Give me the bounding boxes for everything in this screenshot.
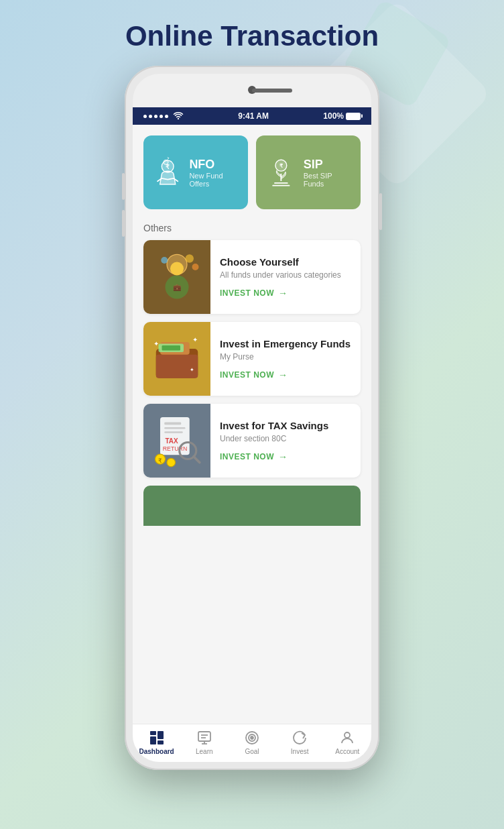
tax-savings-subtitle: Under section 80C [220, 434, 328, 443]
svg-rect-33 [158, 731, 164, 739]
battery-percentage: 100% [323, 111, 344, 121]
svg-point-10 [161, 257, 168, 264]
svg-text:✦: ✦ [190, 367, 194, 373]
others-section-label: Others [143, 223, 361, 233]
nav-label-learn: Learn [196, 748, 213, 755]
wifi-icon [173, 112, 184, 121]
svg-point-2 [164, 160, 168, 164]
nav-item-learn[interactable]: Learn [186, 730, 223, 755]
svg-rect-23 [164, 431, 183, 433]
svg-line-27 [194, 457, 200, 463]
svg-rect-22 [164, 427, 185, 429]
phone-outer-shell: 9:41 AM 100% [125, 66, 379, 770]
nav-item-invest[interactable]: Invest [281, 730, 318, 755]
emergency-funds-image: ✦ ✦ ✦ [143, 322, 210, 396]
choose-yourself-subtitle: All funds under various categories [220, 270, 341, 280]
main-scroll-area[interactable]: ₹ NFO New Fund Offers [133, 125, 371, 724]
choose-yourself-content: Choose Yourself All funds under various … [210, 240, 351, 314]
svg-rect-16 [162, 345, 181, 351]
battery-indicator: 100% [323, 111, 361, 121]
phone-screen: 9:41 AM 100% [133, 107, 371, 762]
nfo-card-text: NFO New Fund Offers [189, 158, 239, 188]
nfo-title: NFO [189, 158, 239, 172]
sip-card-text: SIP Best SIP Funds [304, 158, 351, 188]
nfo-subtitle: New Fund Offers [189, 172, 239, 188]
tax-savings-title: Invest for TAX Savings [220, 420, 328, 431]
emergency-funds-title: Invest in Emergency Funds [220, 338, 351, 349]
nav-label-dashboard: Dashboard [139, 748, 174, 755]
account-icon [339, 730, 355, 746]
status-time: 9:41 AM [238, 111, 269, 121]
svg-rect-34 [158, 740, 164, 744]
svg-text:✦: ✦ [192, 336, 198, 343]
svg-point-42 [251, 736, 253, 739]
signal-indicator [143, 112, 184, 121]
dashboard-icon [149, 730, 165, 746]
fund-cards-row: ₹ NFO New Fund Offers [143, 135, 361, 209]
speaker-grille [252, 89, 292, 93]
nav-label-goal: Goal [245, 748, 259, 755]
tax-savings-content: Invest for TAX Savings Under section 80C… [210, 404, 338, 478]
svg-point-9 [192, 264, 199, 270]
sip-card[interactable]: ₹ SIP Best SIP Funds [256, 135, 361, 209]
choose-yourself-title: Choose Yourself [220, 256, 341, 268]
list-item-choose-yourself[interactable]: 💼 Choose Yourself All funds under variou… [143, 240, 361, 314]
svg-rect-31 [150, 731, 156, 735]
status-bar: 9:41 AM 100% [133, 107, 371, 125]
svg-point-43 [344, 732, 350, 738]
svg-rect-32 [150, 736, 156, 744]
svg-text:💼: 💼 [173, 283, 182, 292]
arrow-right-icon: → [278, 288, 288, 298]
sip-subtitle: Best SIP Funds [304, 172, 351, 188]
volume-up-button [122, 173, 125, 200]
invest-icon [292, 730, 308, 746]
phone-inner-shell: 9:41 AM 100% [133, 74, 371, 762]
svg-text:₹: ₹ [158, 457, 162, 464]
arrow-right-icon-3: → [278, 451, 288, 462]
nav-label-account: Account [335, 748, 359, 755]
nfo-card[interactable]: ₹ NFO New Fund Offers [143, 135, 248, 209]
tax-savings-image: TAX RETURN ₹ [143, 404, 210, 478]
svg-point-8 [186, 254, 194, 263]
arrow-right-icon-2: → [278, 370, 288, 380]
nav-item-dashboard[interactable]: Dashboard [138, 730, 175, 755]
svg-text:✦: ✦ [153, 340, 159, 347]
nav-item-account[interactable]: Account [329, 730, 366, 755]
volume-down-button [122, 210, 125, 237]
partial-card [143, 486, 361, 526]
svg-text:TAX: TAX [166, 437, 179, 445]
bottom-navigation: Dashboard Lea [133, 724, 371, 762]
sip-title: SIP [304, 158, 351, 172]
choose-yourself-image: 💼 [143, 240, 210, 314]
list-item-tax-savings[interactable]: TAX RETURN ₹ [143, 404, 361, 478]
battery-fill [346, 113, 360, 119]
battery-bar [346, 113, 361, 120]
tax-savings-invest-btn[interactable]: INVEST NOW → [220, 451, 328, 462]
learn-icon [196, 730, 212, 746]
nav-item-goal[interactable]: Goal [233, 730, 270, 755]
sip-card-icon: ₹ [265, 156, 297, 189]
svg-rect-35 [198, 732, 210, 741]
list-item-emergency-funds[interactable]: ✦ ✦ ✦ Invest in Emergency Funds My Purse… [143, 322, 361, 396]
nfo-card-icon: ₹ [153, 156, 182, 189]
page-title: Online Transaction [125, 20, 379, 52]
emergency-funds-content: Invest in Emergency Funds My Purse INVES… [210, 322, 360, 396]
nav-label-invest: Invest [291, 748, 309, 755]
goal-icon [244, 730, 260, 746]
emergency-funds-subtitle: My Purse [220, 352, 351, 362]
emergency-funds-invest-btn[interactable]: INVEST NOW → [220, 370, 351, 380]
svg-text:RETURN: RETURN [163, 445, 187, 452]
phone-device: 9:41 AM 100% [125, 66, 379, 770]
svg-point-30 [167, 458, 176, 467]
svg-rect-21 [164, 423, 181, 425]
power-button [379, 193, 382, 230]
svg-point-7 [170, 262, 184, 276]
choose-yourself-invest-btn[interactable]: INVEST NOW → [220, 288, 341, 298]
